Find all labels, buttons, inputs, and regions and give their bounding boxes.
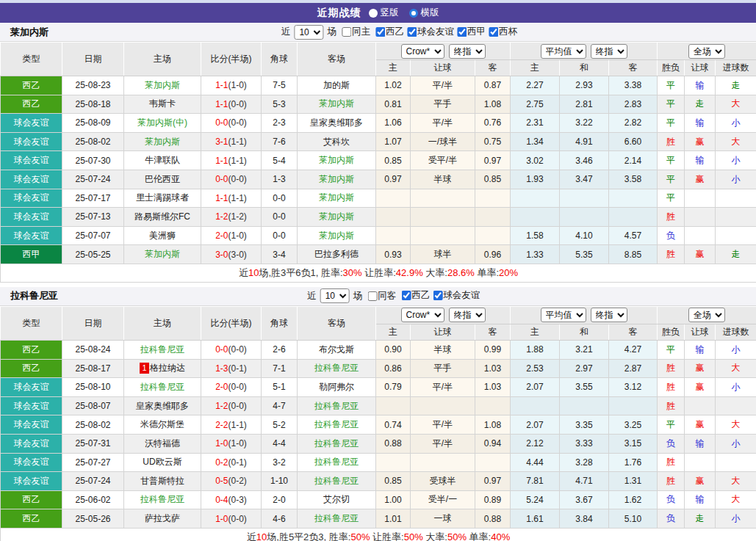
- avg-home-odds: 1.61: [511, 509, 560, 529]
- home-team-link[interactable]: 路易斯维尔FC: [134, 211, 190, 222]
- handicap-result: 走: [685, 95, 716, 114]
- home-team-link[interactable]: 莱加内斯: [145, 249, 180, 259]
- radio-selected-icon[interactable]: [409, 9, 418, 18]
- home-team-link[interactable]: 甘普斯特拉: [140, 476, 184, 486]
- away-team-link[interactable]: 布尔戈斯: [319, 344, 354, 355]
- home-team-link[interactable]: 皇家奥维耶多: [136, 401, 189, 411]
- full-match-select[interactable]: 全场: [688, 44, 725, 59]
- result-group-header: 全场: [658, 306, 756, 324]
- away-team-link[interactable]: 拉科鲁尼亚: [314, 401, 359, 411]
- league-checkbox[interactable]: [401, 291, 411, 300]
- league-filter[interactable]: 西甲: [454, 26, 486, 38]
- home-team-link[interactable]: 莱加内斯: [145, 137, 180, 147]
- league-filter[interactable]: 球会友谊: [430, 289, 480, 302]
- home-team-link[interactable]: 格拉纳达: [150, 363, 185, 373]
- games-count-select[interactable]: 10: [294, 25, 323, 40]
- away-team-link[interactable]: 拉科鲁尼亚: [314, 438, 359, 449]
- table-body: 西乙25-08-23莱加内斯1-1(1-0)7-5加的斯1.02平/半0.872…: [1, 76, 756, 264]
- league-checkbox[interactable]: [489, 27, 498, 37]
- full-match-select[interactable]: 全场: [688, 308, 725, 322]
- goals-result: 大: [716, 95, 756, 114]
- away-odds: 0.89: [475, 490, 511, 509]
- final-odds-select-2[interactable]: 终指: [591, 308, 627, 322]
- away-team-link[interactable]: 莱加内斯: [319, 155, 354, 165]
- away-team-link[interactable]: 艾科坎: [323, 137, 350, 147]
- away-team-link[interactable]: 巴拉多利德: [314, 249, 359, 259]
- radio-vertical-layout[interactable]: 竖版: [369, 7, 399, 19]
- away-team-link[interactable]: 拉科鲁尼亚: [314, 419, 359, 429]
- handicap-result: [685, 208, 716, 227]
- home-team-link[interactable]: 美洲狮: [149, 230, 176, 241]
- home-team-link[interactable]: 牛津联队: [145, 155, 180, 165]
- away-odds: 0.97: [475, 151, 511, 170]
- table-body: 西乙25-08-24拉科鲁尼亚0-0(0-0)2-6布尔戈斯0.90半球0.99…: [1, 340, 756, 528]
- corner-count: 1-10: [262, 472, 298, 491]
- average-select[interactable]: 平均值: [541, 44, 586, 59]
- bookmaker-select[interactable]: Crow*: [401, 308, 444, 322]
- away-team-link[interactable]: 拉科鲁尼亚: [314, 457, 359, 467]
- home-team-link[interactable]: 拉科鲁尼亚: [140, 494, 184, 504]
- average-select[interactable]: 平均值: [541, 308, 586, 322]
- home-team-link[interactable]: 巴伦西亚: [145, 174, 180, 184]
- radio-unselected-icon[interactable]: [369, 9, 378, 18]
- fulltime-score: 0-0: [215, 174, 228, 184]
- league-filter[interactable]: 球会友谊: [404, 26, 454, 38]
- away-team-link[interactable]: 莱加内斯: [319, 192, 354, 203]
- home-team-link[interactable]: 拉科鲁尼亚: [140, 382, 184, 392]
- away-team-link[interactable]: 勒阿弗尔: [319, 382, 354, 392]
- avg-draw-odds: 3.46: [560, 151, 609, 170]
- away-team-link[interactable]: 艾尔切: [323, 494, 350, 504]
- away-team-link[interactable]: 皇家奥维耶多: [310, 117, 363, 128]
- home-team-cell: 拉科鲁尼亚: [124, 378, 201, 397]
- avg-draw-odds: 3.84: [560, 509, 609, 529]
- halftime-score: (0-0): [228, 382, 247, 392]
- home-team-link[interactable]: 米德尔斯堡: [140, 419, 184, 429]
- home-team-link[interactable]: 拉科鲁尼亚: [140, 344, 184, 355]
- away-team-link[interactable]: 拉科鲁尼亚: [314, 363, 359, 373]
- avg-draw-odds: [560, 208, 609, 227]
- corner-count: 7-5: [262, 76, 298, 95]
- same-venue-filter[interactable]: 同主: [339, 26, 370, 38]
- table-row: 球会友谊25-08-02莱加内斯3-1(1-1)7-6艾科坎1.07一/球半0.…: [1, 132, 756, 151]
- home-team-link[interactable]: 韦斯卡: [149, 98, 176, 109]
- home-team-cell: 巴伦西亚: [124, 170, 201, 189]
- away-team-link[interactable]: 莱加内斯: [319, 211, 354, 222]
- league-checkbox[interactable]: [407, 27, 417, 37]
- league-checkbox[interactable]: [375, 27, 385, 37]
- away-team-link[interactable]: 莱加内斯: [319, 174, 354, 184]
- bookmaker-select[interactable]: Crow*: [401, 44, 444, 59]
- match-date: 25-07-31: [62, 434, 124, 453]
- same-venue-filter[interactable]: 同客: [364, 290, 396, 302]
- winlose-result: 胜: [658, 245, 685, 264]
- away-team-link[interactable]: 拉科鲁尼亚: [314, 513, 359, 523]
- away-team-link[interactable]: 莱加内斯: [319, 230, 354, 241]
- goals-result: 小: [716, 378, 756, 397]
- away-team-cell: 莱加内斯: [298, 226, 376, 245]
- away-team-link[interactable]: 莱加内斯: [319, 98, 354, 109]
- summary-segment: 大率:: [423, 531, 447, 541]
- home-team-link[interactable]: 沃特福德: [145, 438, 180, 449]
- same-venue-checkbox[interactable]: [342, 27, 351, 37]
- corner-count: 7-1: [262, 359, 298, 378]
- away-team-link[interactable]: 加的斯: [323, 80, 350, 90]
- league-checkbox[interactable]: [457, 27, 467, 37]
- league-filter[interactable]: 西杯: [486, 26, 517, 38]
- goals-result: 大: [716, 415, 756, 435]
- home-team-link[interactable]: 里士满踢球者: [136, 192, 189, 203]
- match-date: 25-07-30: [62, 151, 124, 170]
- final-odds-select[interactable]: 终指: [449, 308, 486, 322]
- games-count-select[interactable]: 10: [320, 288, 350, 303]
- league-filter[interactable]: 西乙: [372, 26, 404, 38]
- home-team-link[interactable]: 萨拉戈萨: [145, 513, 180, 523]
- radio-horizontal-layout[interactable]: 横版: [409, 7, 439, 19]
- final-odds-select-2[interactable]: 终指: [591, 44, 627, 59]
- home-team-link[interactable]: 莱加内斯(中): [137, 117, 187, 128]
- summary-segment: 50%: [350, 531, 370, 541]
- home-team-link[interactable]: 莱加内斯: [145, 80, 180, 90]
- league-checkbox[interactable]: [433, 291, 442, 300]
- league-filter[interactable]: 西乙: [398, 289, 430, 302]
- same-venue-checkbox[interactable]: [367, 291, 377, 301]
- final-odds-select[interactable]: 终指: [449, 44, 486, 59]
- home-team-link[interactable]: UD欧云斯: [143, 457, 181, 467]
- away-team-link[interactable]: 拉科鲁尼亚: [314, 476, 359, 486]
